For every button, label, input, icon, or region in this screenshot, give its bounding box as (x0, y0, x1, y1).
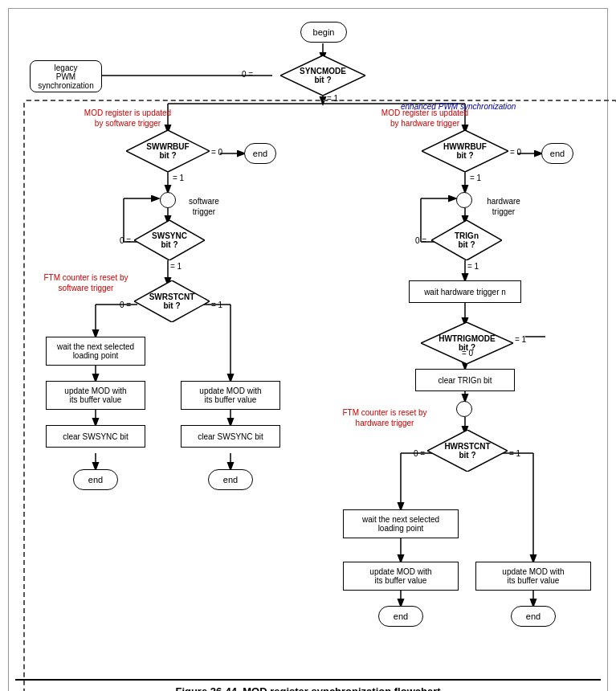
right-ftm-note: FTM counter is reset by hardware trigger (332, 407, 437, 428)
trign-label: TRIGn bit ? (455, 231, 479, 249)
swwrbuf-label: SWWRBUF bit ? (146, 142, 189, 160)
hw-note: hardware trigger (479, 196, 528, 217)
left-end1-label: end (253, 149, 267, 158)
right-end2-label: end (394, 611, 408, 621)
left-end2: end (73, 469, 118, 490)
right-end1-label: end (550, 149, 565, 158)
page-outer: enhanced PWM synchronization begin SYNCM… (0, 0, 616, 691)
swsync-1-label: = 1 (170, 262, 182, 271)
trign-1-label: = 1 (467, 262, 479, 271)
right-end2: end (378, 606, 423, 627)
hwwrbuf-0-label: = 0 (510, 148, 521, 157)
hwtrigmode-diamond: HWTRIGMODE bit ? (421, 322, 513, 364)
left-wait-label: wait the next selected loading point (57, 342, 134, 360)
swrstcnt-1-label: = 1 (211, 301, 222, 309)
left-ftm-note: FTM counter is reset by software trigger (38, 272, 134, 293)
left-junction1 (160, 192, 176, 208)
right-clear-trign-label: clear TRIGn bit (438, 376, 492, 385)
right-wait-label: wait the next selected loading point (362, 515, 439, 533)
left-clear1-box: clear SWSYNC bit (46, 425, 145, 448)
swrstcnt-0-label: 0 = (120, 301, 131, 309)
swsync-diamond: SWSYNC bit ? (134, 220, 205, 260)
hwrstcnt-label: HWRSTCNT bit ? (444, 442, 490, 460)
left-note1: MOD register is updated by software trig… (80, 108, 176, 129)
swrstcnt-diamond: SWRSTCNT bit ? (134, 280, 210, 322)
left-end3-label: end (223, 475, 238, 485)
swwrbuf-1-label: = 1 (173, 174, 184, 182)
hwrstcnt-1-label: = 1 (509, 449, 520, 458)
hwwrbuf-diamond: HWWRBUF bit ? (422, 130, 508, 172)
swsync-note: software trigger (180, 196, 228, 217)
hwwrbuf-label: HWWRBUF bit ? (443, 142, 487, 160)
begin-shape: begin (300, 22, 347, 43)
left-end3: end (208, 469, 253, 490)
right-wait-box: wait the next selected loading point (343, 509, 459, 538)
right-update2-label: update MOD with its buffer value (502, 567, 564, 585)
right-note1: MOD register is updated by hardware trig… (377, 108, 473, 129)
syncmode-label: SYNCMODE bit ? (300, 67, 346, 84)
left-update1-label: update MOD with its buffer value (64, 386, 126, 404)
hwwrbuf-1-label: = 1 (470, 174, 481, 182)
left-update2-box: update MOD with its buffer value (181, 381, 280, 410)
begin-label: begin (313, 27, 335, 37)
swsync-0-label: 0 = (120, 236, 131, 245)
right-wait-hw-box: wait hardware trigger n (409, 280, 521, 303)
left-clear1-label: clear SWSYNC bit (63, 432, 129, 441)
right-junction2 (456, 401, 472, 417)
left-clear2-label: clear SWSYNC bit (198, 432, 263, 441)
right-end3-label: end (526, 611, 541, 621)
right-junction1 (456, 192, 472, 208)
left-end1: end (244, 143, 276, 164)
flowchart-area: enhanced PWM synchronization begin SYNCM… (15, 15, 601, 674)
right-wait-hw-label: wait hardware trigger n (424, 288, 506, 296)
left-wait-box: wait the next selected loading point (46, 337, 145, 366)
swrstcnt-label: SWRSTCNT bit ? (149, 292, 195, 310)
right-clear-trign-box: clear TRIGn bit (415, 369, 515, 391)
left-update2-label: update MOD with its buffer value (199, 386, 261, 404)
syncmode-1-label: = 1 (327, 94, 338, 103)
right-end1: end (541, 143, 573, 164)
legacy-box: legacy PWM synchronization (30, 60, 102, 92)
syncmode-0-label: 0 = (242, 70, 253, 79)
left-update1-box: update MOD with its buffer value (46, 381, 145, 410)
swsync-label: SWSYNC bit ? (152, 231, 187, 249)
swwrbuf-diamond: SWWRBUF bit ? (126, 130, 210, 172)
main-border: enhanced PWM synchronization begin SYNCM… (8, 8, 608, 691)
left-end2-label: end (88, 475, 103, 485)
hwrstcnt-diamond: HWRSTCNT bit ? (427, 430, 508, 472)
left-clear2-box: clear SWSYNC bit (181, 425, 280, 448)
trign-diamond: TRIGn bit ? (431, 220, 502, 260)
right-end3: end (511, 606, 556, 627)
swwrbuf-0-label: = 0 (211, 148, 222, 157)
syncmode-diamond: SYNCMODE bit ? (280, 55, 365, 96)
right-update1-label: update MOD with its buffer value (369, 567, 431, 585)
hwtrigmode-1-label: = 1 (515, 335, 526, 344)
hwtrigmode-0-label: = 0 (462, 349, 473, 358)
trign-0-label: 0 = (415, 236, 426, 245)
right-update1-box: update MOD with its buffer value (343, 562, 459, 591)
hwrstcnt-0-label: 0 = (414, 449, 425, 458)
legacy-label: legacy PWM synchronization (31, 63, 101, 90)
right-update2-box: update MOD with its buffer value (475, 562, 591, 591)
